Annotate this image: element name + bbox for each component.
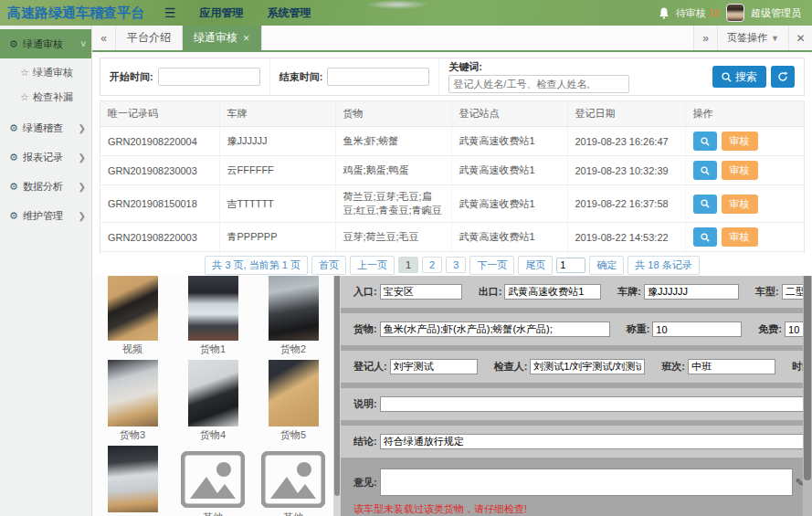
gear-icon: ⚙ — [9, 181, 18, 193]
table-row[interactable]: GRN201908150018吉TTTTTT荷兰豆;豆芽;毛豆;扁豆;红豆;青蚕… — [100, 185, 805, 223]
review-button[interactable]: 审核 — [722, 161, 758, 180]
pagination-page-3[interactable]: 3 — [446, 257, 466, 273]
keyword-label: 关键词: — [448, 60, 482, 74]
cell-operations: 审核 — [685, 127, 805, 156]
gear-icon: ⚙ — [9, 152, 18, 163]
sidebar-subitem-1[interactable]: ☆检查补漏 — [0, 85, 91, 110]
thumbnail-3[interactable]: 货物3 — [108, 360, 158, 442]
pagination-last[interactable]: 尾页 — [518, 256, 553, 275]
pagination-first[interactable]: 首页 — [311, 256, 346, 275]
form-input[interactable] — [380, 434, 812, 449]
view-detail-button[interactable] — [693, 161, 717, 180]
thumbnail-photo[interactable] — [108, 274, 158, 341]
form-input[interactable] — [644, 284, 739, 300]
thumbnail-7[interactable]: 其他 — [180, 446, 246, 516]
form-input[interactable] — [380, 396, 812, 412]
keyword-input[interactable] — [448, 75, 629, 93]
thumbs-scrollbar[interactable] — [333, 270, 341, 516]
sidebar-submenu: ☆绿通审核☆检查补漏 — [0, 58, 91, 113]
tab-0[interactable]: 平台介绍 — [116, 26, 183, 50]
view-detail-button[interactable] — [693, 227, 717, 247]
pagination-page-1[interactable]: 1 — [398, 257, 418, 273]
page-scrollbar[interactable] — [803, 270, 812, 516]
form-input[interactable] — [652, 321, 742, 337]
sidebar-item-2[interactable]: ⚙报表记录❯ — [0, 142, 91, 172]
form-input[interactable] — [390, 359, 478, 374]
tabs-scroll-left-icon[interactable]: « — [92, 26, 116, 50]
form-field: 出口: — [479, 284, 602, 300]
pagination-next[interactable]: 下一页 — [469, 256, 514, 275]
start-time-input[interactable] — [158, 68, 260, 86]
form-field: 说明: — [353, 396, 812, 412]
start-time-label: 开始时间: — [110, 70, 153, 84]
chevron-down-icon: ˅ — [80, 39, 86, 49]
sidebar-item-3[interactable]: ⚙数据分析❯ — [0, 172, 91, 201]
view-detail-button[interactable] — [693, 195, 717, 214]
pagination-jump-input[interactable] — [556, 258, 585, 273]
sidebar-item-0[interactable]: ⚙绿通审核˅ — [0, 29, 91, 58]
thumbnail-photo[interactable] — [269, 274, 319, 341]
tabs-close-icon[interactable]: ✕ — [788, 26, 812, 50]
sidebar-item-1[interactable]: ⚙绿通稽查❯ — [0, 113, 91, 142]
close-icon[interactable]: ✕ — [243, 34, 250, 43]
thumbnail-2[interactable]: 货物2 — [269, 274, 319, 356]
end-time-input[interactable] — [327, 68, 429, 86]
thumbnail-photo[interactable] — [269, 360, 319, 426]
pagination-page-2[interactable]: 2 — [422, 257, 442, 273]
star-icon: ☆ — [20, 67, 29, 79]
top-header: 高速路绿通车稽查平台 ☰ 应用管理 系统管理 待审核18 超级管理员 — [0, 0, 812, 26]
bell-icon[interactable] — [659, 7, 670, 19]
thumbnail-0[interactable]: 视频 — [108, 274, 158, 356]
review-button[interactable]: 审核 — [722, 227, 758, 247]
thumbnail-6[interactable]: 其他 — [108, 446, 158, 516]
thumbnail-photo[interactable] — [188, 360, 238, 426]
thumbnail-photo[interactable] — [108, 360, 158, 426]
thumbnail-photo[interactable] — [108, 446, 158, 512]
records-table-wrap: 唯一记录码车牌货物登记站点登记日期操作 GRN201908220004豫JJJJ… — [100, 100, 805, 270]
tab-1[interactable]: 绿通审核✕ — [183, 26, 262, 50]
menu-system-management[interactable]: 系统管理 — [268, 5, 311, 21]
pending-review-label[interactable]: 待审核18 — [676, 6, 720, 20]
sidebar-subitem-0[interactable]: ☆绿通审核 — [0, 60, 91, 85]
tab-operations-dropdown[interactable]: 页签操作▼ — [717, 26, 788, 50]
scrollbar-thumb[interactable] — [804, 274, 811, 480]
sidebar-item-4[interactable]: ⚙维护管理❯ — [0, 201, 91, 230]
opinion-textarea[interactable] — [380, 469, 793, 496]
thumbnail-5[interactable]: 货物5 — [269, 360, 319, 442]
cell-code: GRN201908230003 — [100, 156, 219, 185]
thumbnail-4[interactable]: 货物4 — [188, 360, 238, 442]
review-button[interactable]: 审核 — [722, 132, 758, 151]
menu-app-management[interactable]: 应用管理 — [200, 5, 244, 21]
review-button[interactable]: 审核 — [722, 195, 758, 214]
tabs-scroll-right-icon[interactable]: » — [693, 26, 717, 50]
pagination-prev[interactable]: 上一页 — [350, 256, 395, 275]
form-input[interactable] — [688, 359, 775, 374]
view-detail-button[interactable] — [693, 132, 717, 151]
thumbnail-8[interactable]: 其他 — [260, 446, 326, 516]
hamburger-icon[interactable]: ☰ — [153, 5, 187, 20]
search-button[interactable]: 搜索 — [712, 66, 766, 88]
form-input[interactable] — [504, 284, 601, 300]
cell-goods: 荷兰豆;豆芽;毛豆;扁豆;红豆;青蚕豆;青豌豆 — [335, 185, 451, 223]
table-header-row: 唯一记录码车牌货物登记站点登记日期操作 — [100, 101, 805, 127]
image-placeholder-icon — [180, 450, 246, 509]
current-user-name[interactable]: 超级管理员 — [751, 6, 801, 20]
avatar[interactable] — [726, 4, 744, 22]
scrollbar-thumb[interactable] — [334, 270, 340, 496]
form-input[interactable] — [380, 321, 610, 337]
refresh-button[interactable] — [771, 66, 795, 88]
thumbnail-photo[interactable] — [188, 274, 238, 341]
pagination-confirm-button[interactable]: 确定 — [589, 256, 624, 275]
table-row[interactable]: GRN201908220004豫JJJJJJ鱼米;虾;螃蟹武黄高速收费站1201… — [100, 127, 805, 156]
table-row[interactable]: GRN201908230003云FFFFFF鸡蛋;鹅蛋;鸭蛋武黄高速收费站120… — [100, 156, 805, 185]
form-input[interactable] — [530, 359, 645, 374]
cell-plate: 云FFFFFF — [219, 156, 335, 185]
table-row[interactable]: GRN201908220003青PPPPPP豆芽;荷兰豆;毛豆武黄高速收费站12… — [100, 223, 805, 252]
search-icon — [701, 137, 710, 146]
cell-station: 武黄高速收费站1 — [451, 156, 567, 185]
thumbnail-1[interactable]: 货物1 — [188, 274, 238, 356]
cell-operations: 审核 — [685, 185, 805, 223]
refresh-icon — [777, 71, 788, 82]
form-input[interactable] — [380, 284, 462, 300]
column-header: 唯一记录码 — [100, 101, 219, 127]
